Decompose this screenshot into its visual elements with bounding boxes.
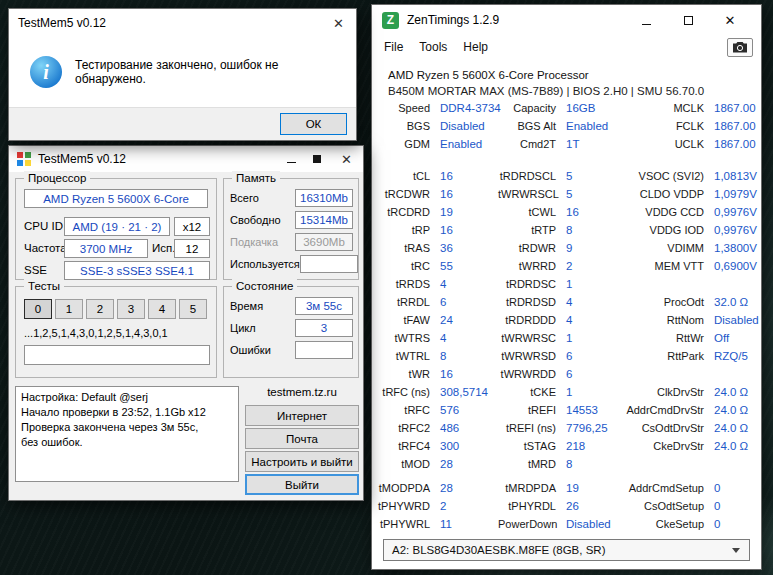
state-value-field <box>295 341 353 359</box>
memory-rows: Всего16310MbСвободно15314MbПодкачка3690M… <box>230 187 353 275</box>
timing-value: 1,3800V <box>706 239 763 257</box>
timing-value: 24.0 Ω <box>706 419 763 437</box>
testmem-titlebar[interactable]: TestMem5 v0.12 ✕ <box>9 146 363 172</box>
timings-row: tPHYWRL11PowerDownDisabledCkeSetup0 <box>372 515 761 533</box>
test-button-0[interactable]: 0 <box>24 299 52 319</box>
timing-label: tCKE <box>498 383 558 401</box>
state-row: Цикл3 <box>230 317 353 339</box>
timing-label: tREFI (ns) <box>498 419 558 437</box>
timing-value: 16 <box>432 365 498 383</box>
dialog-titlebar[interactable]: TestMem5 v0.12 ✕ <box>9 9 356 37</box>
close-button[interactable]: ✕ <box>338 152 355 167</box>
timing-label: Capacity <box>498 99 558 117</box>
timing-label: CkeSetup <box>622 515 706 533</box>
menu-items: FileToolsHelp <box>376 37 496 57</box>
test-button-5[interactable]: 5 <box>179 299 207 319</box>
test-button-4[interactable]: 4 <box>148 299 176 319</box>
timing-label: tRDRDSC <box>498 275 558 293</box>
maximize-icon <box>684 16 693 25</box>
timing-label: tRCDRD <box>372 203 432 221</box>
timing-value: 8 <box>558 221 622 239</box>
timing-value: 0 <box>706 515 763 533</box>
timing-value: 24 <box>432 311 498 329</box>
timing-value: 308,5714 <box>432 383 498 401</box>
timing-value: RZQ/5 <box>706 347 763 365</box>
timing-value: 1,0813V <box>706 167 763 185</box>
timing-label <box>622 275 706 293</box>
timing-label: AddrCmdSetup <box>622 479 706 497</box>
site-link[interactable]: testmem.tz.ru <box>245 386 359 403</box>
dimm-selector[interactable]: A2: BLS8G4D30AESBK.M8FE (8GB, SR) <box>383 539 750 561</box>
timing-label: tRCDWR <box>372 185 432 203</box>
camera-icon <box>732 41 748 53</box>
info-icon-letter: i <box>43 61 49 84</box>
timing-value: 16 <box>432 185 498 203</box>
timing-value: 36 <box>432 239 498 257</box>
group-title: Тесты <box>24 279 64 293</box>
minimize-button[interactable] <box>287 152 296 166</box>
timing-label: tMRD <box>498 455 558 473</box>
maximize-button[interactable] <box>667 13 709 28</box>
maximize-button[interactable] <box>313 152 321 166</box>
timings-row: tCL16tRDRDSCL5VSOC (SVI2)1,0813V <box>372 167 761 185</box>
minimize-button[interactable] <box>625 13 667 28</box>
timing-value: Disabled <box>706 311 763 329</box>
timing-label: tPHYWRL <box>372 515 432 533</box>
log-line: без ошибок. <box>21 435 233 450</box>
timing-value: 6 <box>558 365 622 383</box>
timing-label: MEM VTT <box>622 257 706 275</box>
timing-label: PowerDown <box>498 515 558 533</box>
timings-table: SpeedDDR4-3734Capacity16GBMCLK1867.00BGS… <box>372 99 761 533</box>
state-group: Состояние Время3м 55сЦикл3Ошибки <box>223 286 359 378</box>
timing-label <box>622 455 706 473</box>
menu-tools[interactable]: Tools <box>411 37 455 57</box>
site-column: testmem.tz.ru ИнтернетПочтаНастроить и в… <box>245 386 359 495</box>
timing-label: tCL <box>372 167 432 185</box>
timing-label: BGS Alt <box>498 117 558 135</box>
timing-label: tRP <box>372 221 432 239</box>
timing-value: 16 <box>432 167 498 185</box>
timing-value: 0,9976V <box>706 203 763 221</box>
timing-value: 6 <box>432 293 498 311</box>
zentimings-titlebar[interactable]: Z ZenTimings 1.2.9 ✕ <box>372 5 761 35</box>
timing-label: Cmd2T <box>498 135 558 153</box>
close-button[interactable]: ✕ <box>330 16 347 31</box>
cpu-id-field: AMD (19 · 21 · 2) <box>64 217 170 236</box>
action-button[interactable]: Выйти <box>245 474 359 495</box>
window-title: ZenTimings 1.2.9 <box>407 13 617 27</box>
test-buttons: 012345 <box>24 299 207 319</box>
action-button[interactable]: Настроить и выйти <box>245 451 359 472</box>
dimm-selector-value: A2: BLS8G4D30AESBK.M8FE (8GB, SR) <box>392 544 605 556</box>
test-button-3[interactable]: 3 <box>117 299 145 319</box>
timing-value: 16 <box>558 203 622 221</box>
timing-label: tWRWRDD <box>498 365 558 383</box>
action-button[interactable]: Интернет <box>245 405 359 426</box>
timing-label: CsOdtSetup <box>622 497 706 515</box>
timing-label: tRRDS <box>372 275 432 293</box>
dialog-message: Тестирование закончено, ошибок не обнару… <box>75 58 344 86</box>
memory-label: Всего <box>230 192 295 204</box>
timing-value: 26 <box>558 497 622 515</box>
timing-value: Enabled <box>432 135 498 153</box>
test-button-1[interactable]: 1 <box>55 299 83 319</box>
timing-label: CkeDrvStr <box>622 437 706 455</box>
timing-value: 1867.00 <box>706 135 763 153</box>
close-button[interactable]: ✕ <box>709 13 751 28</box>
dialog-body: i Тестирование закончено, ошибок не обна… <box>9 37 356 107</box>
ok-button[interactable]: ОК <box>280 113 347 135</box>
memory-row: Используется <box>230 253 353 275</box>
timing-label: tRDRDDD <box>498 311 558 329</box>
timing-label: tRDRDSD <box>498 293 558 311</box>
log-line: Настройка: Default @serj <box>21 390 233 405</box>
screenshot-button[interactable] <box>727 38 753 57</box>
desktop: Z ZenTimings 1.2.9 ✕ FileToolsHelp AMD R… <box>0 0 773 575</box>
menu-file[interactable]: File <box>376 37 411 57</box>
state-rows: Время3м 55сЦикл3Ошибки <box>230 295 353 373</box>
log-box: Настройка: Default @serjНачало проверки … <box>15 386 239 482</box>
log-line: Проверка закончена через 3м 55с, <box>21 420 233 435</box>
test-button-2[interactable]: 2 <box>86 299 114 319</box>
timing-value: Enabled <box>558 117 622 135</box>
menu-help[interactable]: Help <box>455 37 496 57</box>
window-title: TestMem5 v0.12 <box>38 152 126 166</box>
action-button[interactable]: Почта <box>245 428 359 449</box>
